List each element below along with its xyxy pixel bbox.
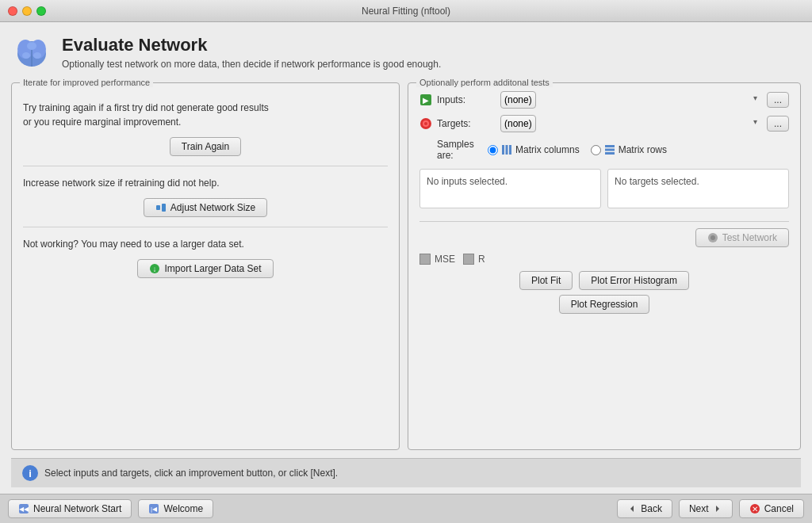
left-panel-legend: Iterate for improved performance (20, 78, 153, 87)
right-panel: Optionally perform additonal tests ▶ Inp… (408, 82, 801, 450)
adjust-network-icon (155, 202, 167, 213)
plot-buttons-row: Plot Fit Plot Error Histogram (419, 271, 789, 290)
inputs-select-wrapper: (none) (500, 91, 762, 109)
matrix-rows-label: Matrix rows (619, 144, 667, 155)
next-icon (713, 504, 722, 513)
mse-label: MSE (435, 254, 455, 265)
svg-point-6 (33, 52, 41, 59)
plot-fit-button[interactable]: Plot Fit (519, 271, 573, 290)
no-inputs-text: No inputs selected. (427, 176, 508, 187)
samples-label: Samples are: (419, 139, 488, 161)
matrix-columns-label: Matrix columns (515, 144, 580, 155)
targets-browse-button[interactable]: ... (767, 116, 789, 132)
svg-marker-28 (630, 506, 634, 512)
welcome-button[interactable]: |◀ Welcome (138, 499, 213, 518)
bottom-left-nav: ◀◀ Neural Network Start |◀ Welcome (8, 499, 213, 518)
no-inputs-box: No inputs selected. (419, 169, 601, 208)
train-again-description: Try training again if a first try did no… (23, 101, 388, 129)
back-icon (627, 504, 637, 513)
inputs-browse-button[interactable]: ... (767, 92, 789, 108)
plot-regression-row: Plot Regression (419, 295, 789, 314)
svg-rect-19 (605, 145, 615, 147)
panels-area: Iterate for improved performance Try tra… (11, 82, 801, 450)
matrix-rows-icon (604, 144, 615, 155)
matrix-rows-option[interactable]: Matrix rows (591, 144, 667, 155)
mse-metric: MSE (419, 254, 455, 265)
targets-row: Targets: (none) ... (419, 115, 789, 132)
neural-network-start-icon: ◀◀ (18, 503, 29, 514)
header-text: Evaluate Network Optionally test network… (62, 35, 441, 70)
adjust-network-description: Increase network size if retraining did … (23, 176, 388, 190)
status-bar: i Select inputs and targets, click an im… (11, 458, 801, 487)
test-network-button[interactable]: Test Network (695, 228, 789, 247)
next-button[interactable]: Next (679, 499, 733, 518)
svg-text:↓: ↓ (153, 265, 157, 273)
r-label: R (478, 254, 485, 265)
matrix-columns-option[interactable]: Matrix columns (488, 144, 580, 155)
adjust-network-section: Increase network size if retraining did … (23, 166, 388, 227)
samples-row: Samples are: Matrix columns (419, 139, 789, 161)
svg-rect-8 (162, 204, 166, 212)
plot-error-histogram-button[interactable]: Plot Error Histogram (579, 271, 689, 290)
minimize-button[interactable] (22, 6, 32, 16)
import-dataset-button[interactable]: ↓ Import Larger Data Set (137, 259, 273, 278)
inputs-icon: ▶ (419, 94, 432, 106)
back-button[interactable]: Back (617, 499, 672, 518)
info-boxes: No inputs selected. No targets selected. (419, 169, 789, 208)
bottom-right-nav: Back Next ✕ Cancel (617, 499, 804, 518)
maximize-button[interactable] (36, 6, 46, 16)
matrix-rows-radio[interactable] (591, 145, 601, 155)
cancel-icon: ✕ (749, 503, 760, 514)
import-dataset-btn-group: ↓ Import Larger Data Set (23, 259, 388, 278)
svg-rect-21 (605, 152, 615, 155)
neural-network-start-button[interactable]: ◀◀ Neural Network Start (8, 499, 132, 518)
targets-select-wrapper: (none) (500, 115, 762, 132)
svg-point-15 (424, 122, 427, 125)
close-button[interactable] (8, 6, 17, 16)
svg-point-23 (710, 235, 715, 240)
inputs-row: ▶ Inputs: (none) ... (419, 91, 789, 109)
metrics-row: MSE R (419, 254, 789, 265)
no-targets-text: No targets selected. (615, 176, 699, 187)
targets-select[interactable]: (none) (500, 115, 536, 132)
cancel-button[interactable]: ✕ Cancel (739, 499, 804, 518)
right-panel-inner: ▶ Inputs: (none) ... (408, 83, 800, 449)
matrix-columns-icon (501, 144, 512, 155)
mse-box (419, 254, 431, 265)
header-area: Evaluate Network Optionally test network… (11, 32, 801, 73)
targets-icon (419, 117, 432, 130)
bottom-bar: ◀◀ Neural Network Start |◀ Welcome Back … (0, 494, 812, 523)
adjust-network-button[interactable]: Adjust Network Size (144, 198, 267, 217)
svg-text:◀◀: ◀◀ (19, 506, 29, 513)
svg-rect-7 (156, 205, 160, 210)
train-again-section: Try training again if a first try did no… (23, 91, 388, 166)
right-panel-legend: Optionally perform additonal tests (416, 78, 553, 87)
svg-rect-17 (506, 145, 508, 155)
plot-regression-button[interactable]: Plot Regression (559, 295, 650, 314)
page-title: Evaluate Network (62, 35, 441, 55)
title-bar: Neural Fitting (nftool) (0, 0, 812, 22)
svg-rect-16 (502, 145, 504, 155)
no-targets-box: No targets selected. (607, 169, 789, 208)
inputs-select[interactable]: (none) (500, 91, 536, 109)
brain-icon (11, 32, 52, 73)
matrix-columns-radio[interactable] (488, 145, 498, 155)
main-content: Evaluate Network Optionally test network… (0, 22, 812, 494)
traffic-lights (8, 6, 46, 16)
svg-rect-18 (509, 145, 511, 155)
svg-marker-29 (716, 506, 719, 512)
page-subtitle: Optionally test network on more data, th… (62, 59, 441, 70)
r-metric: R (463, 254, 485, 265)
status-icon: i (22, 465, 38, 481)
svg-text:✕: ✕ (752, 505, 758, 513)
import-dataset-description: Not working? You may need to use a large… (23, 237, 388, 251)
test-network-row: Test Network (419, 228, 789, 247)
svg-point-5 (22, 52, 30, 59)
left-panel-inner: Try training again if a first try did no… (12, 83, 399, 296)
divider (419, 221, 789, 222)
welcome-icon: |◀ (148, 503, 159, 514)
inputs-label: Inputs: (437, 94, 500, 105)
import-dataset-section: Not working? You may need to use a large… (23, 227, 388, 288)
train-again-button[interactable]: Train Again (170, 137, 241, 156)
svg-rect-20 (605, 149, 615, 151)
